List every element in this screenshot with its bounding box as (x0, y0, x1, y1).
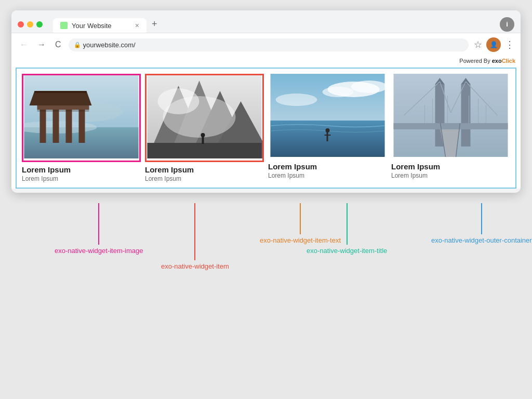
exo-native-widget-item-title-2: Lorem Ipsum (145, 165, 264, 174)
exo-native-widget-item-title-4: Lorem Ipsum (391, 162, 510, 171)
annotation-line-item (194, 203, 195, 260)
exo-native-widget-item-image-4 (391, 74, 510, 159)
svg-point-25 (323, 87, 354, 97)
svg-rect-30 (325, 135, 331, 136)
forward-button[interactable]: → (35, 39, 48, 50)
annotation-line-image (98, 203, 99, 245)
annotation-line-outer (481, 203, 482, 234)
svg-point-18 (158, 88, 200, 114)
annotation-label-image: exo-native-widget-item-image (55, 247, 143, 255)
annotation-outer: exo-native-widget-outer-container (431, 203, 532, 244)
traffic-lights (18, 21, 43, 28)
browser-window: Your Website × + i ← → C 🔒 ☆ 👤 ⋮ Powered… (11, 10, 521, 193)
back-button[interactable]: ← (18, 39, 30, 50)
svg-point-24 (351, 81, 388, 93)
exo-native-widget-item-text-3: Lorem Ipsum (268, 172, 387, 179)
active-tab[interactable]: Your Website × (53, 18, 147, 33)
new-tab-button[interactable]: + (147, 16, 163, 33)
svg-point-21 (201, 133, 205, 137)
avatar[interactable]: 👤 (486, 37, 501, 52)
tab-close-button[interactable]: × (135, 21, 139, 30)
exo-native-widget-item-1[interactable]: Lorem Ipsum Lorem Ipsum (22, 74, 141, 182)
svg-rect-8 (37, 105, 89, 110)
tab-title: Your Website (72, 22, 112, 30)
ocean-image (268, 74, 387, 157)
exo-native-widget-item-image-1 (22, 74, 141, 162)
svg-rect-40 (394, 123, 508, 129)
annotation-line-text (300, 203, 301, 234)
powered-by-bar: Powered By exoClick (11, 56, 521, 65)
annotation-label-item: exo-native-widget-item (161, 262, 229, 270)
annotations-area: exo-native-widget-item-image exo-native-… (10, 203, 522, 317)
svg-rect-4 (40, 107, 46, 143)
maximize-button[interactable] (36, 21, 43, 28)
close-button[interactable] (18, 21, 24, 28)
powered-by-text: Powered By (459, 58, 490, 64)
exo-native-widget-item-text-4: Lorem Ipsum (391, 172, 510, 179)
svg-rect-28 (327, 132, 328, 141)
address-bar-wrapper: 🔒 (69, 38, 469, 51)
exo-native-widget-outer-container: Lorem Ipsum Lorem Ipsum (16, 68, 516, 189)
brand-click: Click (502, 58, 515, 64)
dock-image (23, 75, 139, 158)
exo-native-widget-item-title-3: Lorem Ipsum (268, 162, 387, 171)
exo-native-widget-item-image-3 (268, 74, 387, 159)
exo-native-widget-item-3[interactable]: Lorem Ipsum Lorem Ipsum (268, 74, 387, 182)
browser-toolbar: ← → C 🔒 ☆ 👤 ⋮ (11, 33, 521, 56)
annotation-title: exo-native-widget-item-title (307, 203, 387, 255)
browser-content: Powered By exoClick (11, 56, 521, 189)
exo-native-widget-item-4[interactable]: Lorem Ipsum Lorem Ipsum (391, 74, 510, 182)
address-input[interactable] (69, 38, 469, 51)
exo-native-widget-item-text-2: Lorem Ipsum (145, 175, 264, 182)
bridge-image (391, 74, 510, 157)
reload-button[interactable]: C (53, 39, 63, 50)
svg-rect-20 (202, 137, 204, 144)
exo-native-widget-item-2[interactable]: Lorem Ipsum Lorem Ipsum (145, 74, 264, 182)
bookmark-button[interactable]: ☆ (474, 39, 482, 50)
annotation-label-outer: exo-native-widget-outer-container (431, 236, 532, 244)
svg-marker-9 (30, 91, 92, 105)
annotation-label-title: exo-native-widget-item-title (307, 247, 387, 255)
mountain-image (147, 75, 262, 158)
annotation-item: exo-native-widget-item (161, 203, 229, 270)
svg-point-29 (326, 128, 330, 132)
minimize-button[interactable] (27, 21, 33, 28)
svg-rect-10 (35, 91, 87, 93)
svg-rect-11 (37, 110, 89, 112)
exo-native-widget-item-image-2 (145, 74, 264, 162)
exo-native-widget-item-text-1: Lorem Ipsum (22, 175, 141, 182)
browser-titlebar: Your Website × + i (11, 10, 521, 33)
svg-rect-19 (148, 143, 262, 158)
menu-button[interactable]: ⋮ (505, 39, 514, 50)
brand-exo: exo (492, 58, 502, 64)
lock-icon: 🔒 (74, 42, 81, 48)
annotation-image: exo-native-widget-item-image (55, 203, 143, 255)
toolbar-actions: ☆ 👤 ⋮ (474, 37, 514, 52)
info-button[interactable]: i (500, 17, 514, 32)
annotation-line-title (347, 203, 348, 245)
tab-bar: Your Website × + (53, 16, 496, 33)
tab-favicon (60, 22, 68, 29)
exo-native-widget-item-title-1: Lorem Ipsum (22, 165, 141, 174)
svg-point-26 (276, 94, 317, 106)
